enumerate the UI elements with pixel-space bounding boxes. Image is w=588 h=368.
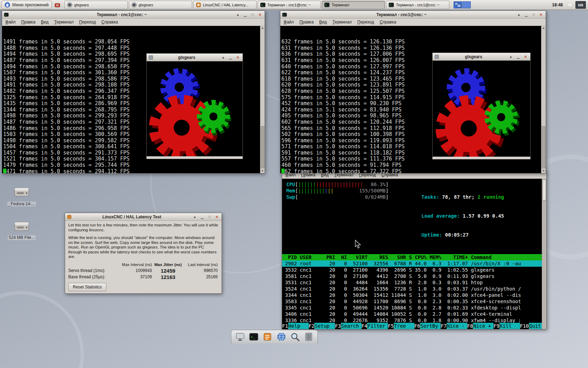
cpu-meter: CPU[||||||||||||||||||||||86.3%] (286, 181, 415, 188)
applications-menu-button[interactable]: Меню приложений (1, 1, 52, 9)
col-max-jitter: Max Jitter (ns) (152, 263, 184, 267)
reset-statistics-button[interactable]: Reset Statistics (68, 283, 106, 291)
maximize-button[interactable]: □ (531, 12, 537, 17)
taskbar-item-terminal-2[interactable]: >_ Терминал (322, 1, 385, 9)
menu-edit[interactable]: Правка (21, 20, 36, 25)
keyboard-layout-indicator[interactable]: us (575, 1, 586, 9)
htop-meters: CPU[||||||||||||||||||||||86.3%] Mem[|||… (282, 179, 546, 252)
taskbar-item-label: Терминал - cnc1@cnc: ~ (267, 3, 311, 7)
htop-output[interactable]: CPU[||||||||||||||||||||||86.3%] Mem[|||… (282, 179, 546, 329)
xfce-mouse-icon (5, 2, 10, 8)
menu-terminal[interactable]: Терминал (54, 20, 74, 25)
maximize-button[interactable]: □ (206, 214, 212, 219)
linuxcnc-icon (67, 214, 72, 219)
fkey-sortby[interactable]: F6SortBy (414, 323, 441, 329)
taskbar-item-linuxcnc[interactable]: LinuxCNC / HAL Latency... (193, 1, 257, 9)
fkey-tree[interactable]: F5Tree (388, 323, 414, 329)
taskbar-item-terminal-3[interactable]: >_ Терминал - cnc1@cnc: ~ (386, 1, 449, 9)
top-panel: Меню приложений glxgears glxgears (0, 0, 588, 10)
web-browser-launcher[interactable] (276, 331, 287, 342)
desktop-icon-label: _Fedora-14-... (7, 202, 36, 206)
workspace-2[interactable] (462, 1, 471, 8)
servo-max-jitter: 12459 (152, 268, 184, 273)
shade-button[interactable]: ▲ (235, 12, 241, 17)
fkey-nice-minus[interactable]: F7Nice - (441, 323, 467, 329)
titlebar[interactable]: LinuxCNC / HAL Latency Test ▲ ▁ □ × (65, 213, 222, 221)
close-button[interactable]: × (523, 54, 528, 59)
fkey-nice-plus[interactable]: F8Nice + (467, 323, 494, 329)
menu-help[interactable]: Справка (102, 20, 118, 25)
minimize-button[interactable]: ▁ (227, 55, 233, 60)
htop-terminal-window: Файл Правка Вид Терминал Переход Справка… (282, 171, 547, 329)
titlebar[interactable]: glxgears ▲ ▁ × (147, 54, 243, 61)
desktop-icon-label: 524 MB File... (8, 235, 36, 240)
maximize-button[interactable]: □ (250, 12, 255, 17)
titlebar[interactable]: glxgears ▲ ▁ × (433, 53, 530, 61)
screenshooter-button[interactable] (53, 1, 62, 9)
servo-last-interval: 996570 (184, 268, 218, 273)
shade-button[interactable]: ▲ (192, 214, 198, 219)
servo-thread-label: Servo thread (1ms): (68, 268, 118, 273)
fkey-filter[interactable]: F4Filter (362, 323, 388, 329)
minimize-button[interactable]: ▁ (242, 12, 248, 17)
terminal-launcher[interactable]: >_ (248, 331, 259, 342)
editor-launcher[interactable] (262, 331, 273, 342)
terminal-icon: >_ (282, 12, 287, 17)
fkey-setup[interactable]: F2Setup (309, 323, 335, 329)
fkey-search[interactable]: F3Search (335, 323, 362, 329)
show-desktop-button[interactable] (234, 331, 246, 342)
menu-go[interactable]: Переход (79, 20, 96, 25)
taskbar-item-terminal-1[interactable]: >_ Терминал - cnc1@cnc: ~ (258, 1, 321, 9)
terminal-scrollbar[interactable]: ▲ ▼ (260, 26, 265, 173)
taskbar-item-glxgears-1[interactable]: glxgears (64, 1, 128, 9)
magnifier-icon (290, 332, 300, 342)
mem-meter: Mem[||||||||||||155/500MB] (286, 188, 415, 194)
shade-button[interactable]: ▲ (516, 12, 522, 17)
latency-results-table: Max Interval (ns) Max Jitter (ns) Last i… (68, 263, 218, 280)
gl-canvas (433, 61, 530, 157)
terminal-scrollbar[interactable]: ▲ ▼ (541, 26, 546, 173)
taskbar-item-label: glxgears (139, 3, 153, 7)
htop-function-key-bar: F1Help F2Setup F3Search F4Filter F5Tree … (282, 323, 546, 329)
menu-view[interactable]: Вид (41, 20, 49, 25)
titlebar[interactable]: >_ Терминал - cnc1@cnc: ~ ▲ ▁ □ × (2, 11, 265, 19)
menu-file[interactable]: Файл (284, 20, 294, 25)
menu-help[interactable]: Справка (380, 20, 396, 25)
shade-button[interactable]: ▲ (508, 54, 514, 59)
fkey-help[interactable]: F1Help (282, 323, 309, 329)
volume-icon[interactable] (567, 2, 573, 8)
svg-text:>_: >_ (251, 335, 255, 339)
close-button[interactable]: × (235, 55, 241, 60)
close-button[interactable]: × (538, 12, 544, 17)
close-button[interactable]: × (214, 214, 220, 219)
window-resize-edge[interactable] (433, 157, 530, 159)
desktop-icon-fedora[interactable]: _Fedora-14-... (5, 185, 38, 207)
menu-view[interactable]: Вид (319, 20, 327, 25)
taskbar-item-label: LinuxCNC / HAL Latency... (203, 3, 248, 7)
file-manager-launcher[interactable] (303, 331, 314, 342)
shade-button[interactable]: ▲ (220, 55, 226, 60)
process-rows[interactable]: 3532 cnc1 20 0 27100 4396 2696 S 35.0 0.… (282, 267, 546, 329)
taskbar-item-glxgears-2[interactable]: glxgears (129, 1, 192, 9)
workspace-1[interactable] (454, 1, 462, 8)
menu-go[interactable]: Переход (357, 20, 374, 25)
desktop-icon-524mb-file[interactable]: 524 MB File... (5, 220, 38, 240)
window-resize-edge[interactable] (147, 156, 243, 159)
process-table-header[interactable]: PID USER PRI NI VIRT RES SHR S CPU% MEM%… (282, 254, 546, 260)
titlebar[interactable]: >_ Терминал - cnc1@cnc: ~ ▲ ▁ □ × (280, 11, 546, 19)
menu-edit[interactable]: Правка (300, 20, 314, 25)
terminal-icon: >_ (324, 2, 330, 8)
fkey-kill[interactable]: F9Kill (493, 323, 520, 329)
close-button[interactable]: × (257, 12, 263, 17)
bottom-dock: >_ (231, 330, 318, 343)
minimize-button[interactable]: ▁ (515, 54, 521, 59)
window-title: LinuxCNC / HAL Latency Test (73, 214, 190, 219)
workspace-switcher[interactable] (454, 1, 471, 8)
app-finder-launcher[interactable] (289, 331, 301, 342)
htop-scrollbar[interactable] (542, 179, 546, 329)
minimize-button[interactable]: ▁ (523, 12, 529, 17)
menu-terminal[interactable]: Терминал (332, 20, 352, 25)
process-row-selected[interactable]: 2902 root 20 0 52100 32556 6788 R 44.0 6… (282, 260, 546, 267)
menu-file[interactable]: Файл (5, 20, 16, 25)
minimize-button[interactable]: ▁ (199, 214, 205, 219)
